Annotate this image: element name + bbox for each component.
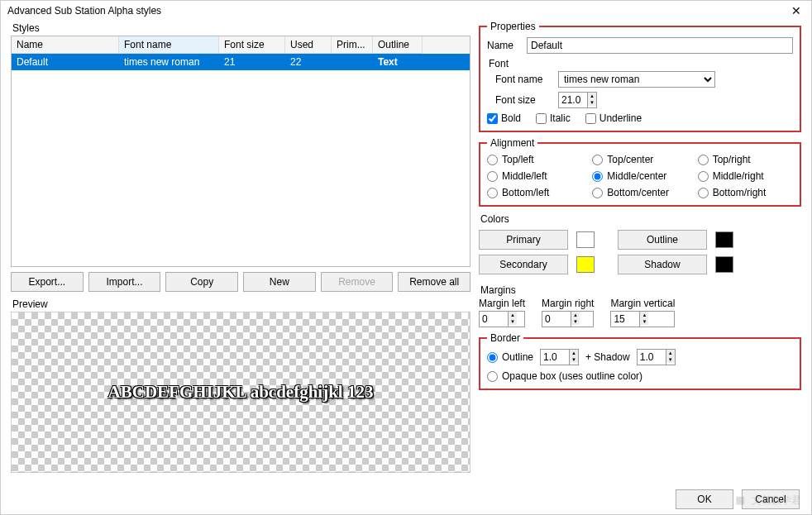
col-name[interactable]: Name <box>12 36 119 54</box>
window-title: Advanced Sub Station Alpha styles <box>7 5 161 17</box>
col-used[interactable]: Used <box>285 36 332 54</box>
styles-table-header: Name Font name Font size Used Prim... Ou… <box>12 36 470 54</box>
align-middle-center[interactable]: Middle/center <box>592 170 687 182</box>
fontname-label: Font name <box>495 74 553 85</box>
margin-right-spinner[interactable]: ▲▼ <box>542 311 594 327</box>
name-input[interactable] <box>527 37 793 54</box>
italic-checkbox[interactable]: Italic <box>536 112 571 124</box>
secondary-swatch[interactable] <box>576 256 595 273</box>
align-top-left[interactable]: Top/left <box>487 154 582 165</box>
align-top-center[interactable]: Top/center <box>592 154 687 165</box>
properties-group: Properties Name Font Font name times new… <box>479 21 801 132</box>
fontsize-label: Font size <box>495 94 553 106</box>
close-icon[interactable]: ✕ <box>788 4 805 17</box>
new-button[interactable]: New <box>243 272 316 292</box>
cancel-button[interactable]: Cancel <box>742 489 800 509</box>
underline-checkbox[interactable]: Underline <box>585 112 642 124</box>
cell-fontsize: 21 <box>219 54 285 70</box>
spin-up-icon[interactable]: ▲ <box>588 93 596 99</box>
spin-down-icon[interactable]: ▼ <box>588 99 596 106</box>
dialog-window: Advanced Sub Station Alpha styles ✕ Styl… <box>0 0 812 515</box>
remove-button: Remove <box>321 272 394 292</box>
align-bottom-center[interactable]: Bottom/center <box>592 187 687 198</box>
cell-used: 22 <box>285 54 332 70</box>
cell-primary <box>332 54 373 70</box>
border-group: Border Outline ▲▼ + Shadow ▲▼ Opaque box… <box>479 332 801 390</box>
margin-vertical-spinner[interactable]: ▲▼ <box>610 311 675 327</box>
margins-legend: Margins <box>479 284 801 296</box>
align-middle-right[interactable]: Middle/right <box>698 170 793 182</box>
titlebar: Advanced Sub Station Alpha styles ✕ <box>1 1 811 21</box>
preview-area: ABCDEFGHIJKL abcdefghijkl 123 <box>11 312 470 473</box>
fontsize-spinner[interactable]: ▲▼ <box>558 92 597 108</box>
remove-all-button[interactable]: Remove all <box>398 272 470 292</box>
import-button[interactable]: Import... <box>88 272 161 292</box>
border-shadow-label: + Shadow <box>585 351 630 363</box>
outline-color-button[interactable]: Outline <box>618 230 707 250</box>
alignment-group: Alignment Top/leftTop/centerTop/rightMid… <box>479 137 801 207</box>
col-fontname[interactable]: Font name <box>119 36 219 54</box>
styles-table[interactable]: Name Font name Font size Used Prim... Ou… <box>11 36 470 267</box>
ok-button[interactable]: OK <box>676 489 733 509</box>
bold-checkbox[interactable]: Bold <box>487 112 521 124</box>
preview-legend: Preview <box>11 298 470 310</box>
align-top-right[interactable]: Top/right <box>698 154 793 165</box>
border-outline-radio[interactable]: Outline <box>487 351 533 363</box>
border-shadow-spinner[interactable]: ▲▼ <box>637 349 676 365</box>
shadow-color-button[interactable]: Shadow <box>618 255 707 274</box>
export-button[interactable]: Export... <box>11 272 84 292</box>
border-outline-spinner[interactable]: ▲▼ <box>540 349 579 365</box>
align-bottom-right[interactable]: Bottom/right <box>698 187 793 198</box>
fontsize-input[interactable] <box>559 93 587 107</box>
fontname-select[interactable]: times new roman <box>558 71 715 88</box>
margin-left-spinner[interactable]: ▲▼ <box>479 311 525 327</box>
properties-legend: Properties <box>487 21 539 32</box>
col-outline[interactable]: Outline <box>373 36 423 54</box>
col-fontsize[interactable]: Font size <box>219 36 285 54</box>
colors-legend: Colors <box>479 213 801 225</box>
preview-text: ABCDEFGHIJKL abcdefghijkl 123 <box>108 382 374 403</box>
col-primary[interactable]: Prim... <box>332 36 373 54</box>
cell-outline: Text <box>373 54 423 70</box>
primary-color-button[interactable]: Primary <box>479 230 568 250</box>
name-label: Name <box>487 40 522 51</box>
table-row[interactable]: Default times new roman 21 22 Text <box>12 54 470 70</box>
styles-legend: Styles <box>11 22 470 34</box>
secondary-color-button[interactable]: Secondary <box>479 255 568 274</box>
outline-swatch[interactable] <box>715 231 733 248</box>
align-middle-left[interactable]: Middle/left <box>487 170 582 182</box>
margin-right-label: Margin right <box>542 298 594 309</box>
font-sublegend: Font <box>487 58 793 69</box>
copy-button[interactable]: Copy <box>165 272 238 292</box>
cell-name: Default <box>12 54 119 70</box>
border-legend: Border <box>487 332 523 344</box>
border-opaque-radio[interactable]: Opaque box (uses outline color) <box>487 370 793 382</box>
margin-vertical-label: Margin vertical <box>610 298 675 309</box>
primary-swatch[interactable] <box>576 231 595 248</box>
cell-fontname: times new roman <box>119 54 219 70</box>
align-bottom-left[interactable]: Bottom/left <box>487 187 582 198</box>
margin-left-label: Margin left <box>479 298 525 309</box>
alignment-legend: Alignment <box>487 137 537 149</box>
shadow-swatch[interactable] <box>715 256 733 273</box>
